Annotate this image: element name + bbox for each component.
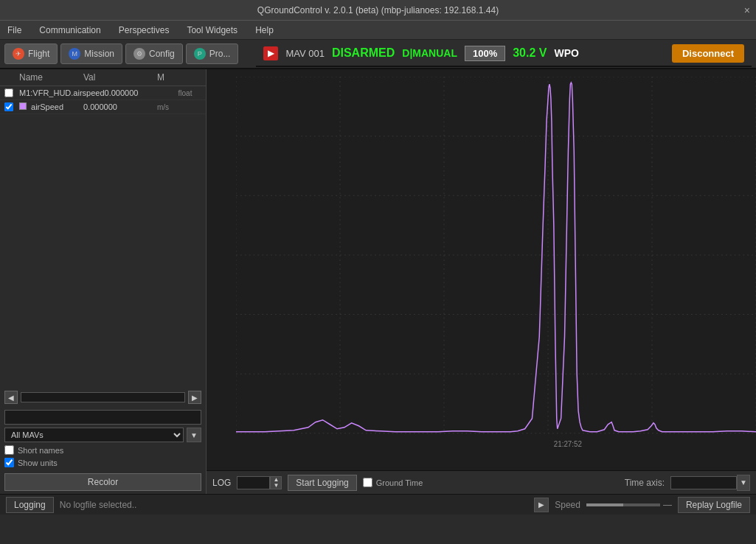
chart-container: 0 10 20 30 40 50 60 21:27:52 <box>207 69 756 470</box>
menu-file[interactable]: File <box>4 24 24 37</box>
mav-filter-select[interactable]: All MAVs <box>4 428 184 442</box>
close-button[interactable]: × <box>744 4 750 16</box>
log-count-control: 200 ▲ ▼ <box>237 476 282 489</box>
scroll-area: ◀ ▶ <box>0 388 206 407</box>
bottom-bar: LOG 200 ▲ ▼ Start Logging Ground Time Ti… <box>207 470 756 494</box>
scroll-track[interactable] <box>21 392 185 402</box>
scroll-left-button[interactable]: ◀ <box>4 391 18 404</box>
title-bar: QGroundControl v. 2.0.1 (beta) (mbp-juli… <box>0 0 756 21</box>
title-text: QGroundControl v. 2.0.1 (beta) (mbp-juli… <box>257 5 499 15</box>
row2-color-swatch <box>19 102 27 110</box>
col-m: M <box>157 72 201 83</box>
speed-slider[interactable] <box>586 503 660 506</box>
toolbar: ✈ Flight M Mission ⚙ Config P Pro... ▶ M… <box>0 40 756 69</box>
search-input[interactable]: airspeed <box>4 410 201 425</box>
flight-button[interactable]: ✈ Flight <box>4 43 58 64</box>
config-button[interactable]: ⚙ Config <box>125 43 183 64</box>
mav-status-bar: ▶ MAV 001 DISARMED D|MANUAL 100% 30.2 V … <box>256 41 752 67</box>
mission-button[interactable]: M Mission <box>60 43 122 64</box>
short-names-checkbox[interactable] <box>4 445 14 455</box>
row2-val: 0.000000 <box>83 102 157 111</box>
mav-battery: 100% <box>465 46 505 61</box>
recolor-button[interactable]: Recolor <box>4 473 201 491</box>
menu-tool-widgets[interactable]: Tool Widgets <box>184 24 240 37</box>
menu-perspectives[interactable]: Perspectives <box>116 24 173 37</box>
table-row: M1:VFR_HUD.airspeed 0.000000 float <box>0 86 206 100</box>
row1-checkbox[interactable] <box>4 88 13 97</box>
mav-voltage: 30.2 V <box>513 46 547 60</box>
mav-disarmed: DISARMED <box>332 46 395 60</box>
replay-logfile-button[interactable]: Replay Logfile <box>678 497 750 513</box>
log-spin: ▲ ▼ <box>270 476 282 489</box>
scroll-right-button[interactable]: ▶ <box>188 391 201 404</box>
chart-area: 0 10 20 30 40 50 60 21:27:52 LOG <box>207 69 756 494</box>
mission-icon: M <box>69 48 80 60</box>
left-panel: Name Val M M1:VFR_HUD.airspeed 0.000000 … <box>0 69 207 494</box>
ground-time-checkbox[interactable] <box>363 478 372 487</box>
mav-id: MAV 001 <box>285 48 325 59</box>
row1-val: 0.000000 <box>105 88 178 97</box>
filter-select-row: All MAVs ▼ <box>4 428 201 442</box>
time-axis-control: 10 seconds ▼ <box>670 475 750 491</box>
config-icon: ⚙ <box>133 48 145 60</box>
show-units-label: Show units <box>18 458 58 467</box>
col-val: Val <box>83 72 157 83</box>
table-row: airSpeed 0.000000 m/s <box>0 100 206 114</box>
main-content: Name Val M M1:VFR_HUD.airspeed 0.000000 … <box>0 69 756 494</box>
mav-logo: ▶ <box>263 46 278 60</box>
svg-text:21:27:52: 21:27:52 <box>554 440 583 448</box>
speed-end-dash: — <box>663 500 672 510</box>
play-button[interactable]: ▶ <box>534 498 549 512</box>
row2-checkbox[interactable] <box>4 102 13 111</box>
no-logfile-text: No logfile selected.. <box>60 500 529 510</box>
log-spin-down[interactable]: ▼ <box>271 483 281 489</box>
col-name: Name <box>19 72 83 83</box>
log-label: LOG <box>212 478 231 488</box>
col-check <box>4 72 19 83</box>
start-logging-button[interactable]: Start Logging <box>288 475 356 491</box>
logging-button[interactable]: Logging <box>6 497 54 513</box>
short-names-row: Short names <box>4 445 201 455</box>
status-bar: Logging No logfile selected.. ▶ Speed — … <box>0 494 756 515</box>
menu-communication[interactable]: Communication <box>36 24 103 37</box>
pro-button[interactable]: P Pro... <box>186 43 239 64</box>
mav-wpo: WPO <box>554 47 578 59</box>
row2-type: m/s <box>157 103 201 111</box>
speed-control: — <box>586 500 672 510</box>
menu-help[interactable]: Help <box>252 24 277 37</box>
disconnect-button[interactable]: Disconnect <box>672 44 744 63</box>
mav-mode: D|MANUAL <box>402 47 457 59</box>
pro-icon: P <box>194 48 206 60</box>
show-units-row: Show units <box>4 458 201 467</box>
filter-area: airspeed All MAVs ▼ Short names Show uni… <box>0 407 206 470</box>
time-axis-input[interactable]: 10 seconds <box>670 476 737 489</box>
row2-name: airSpeed <box>19 102 83 111</box>
main-chart: 0 10 20 30 40 50 60 21:27:52 <box>236 77 756 448</box>
short-names-label: Short names <box>18 446 63 455</box>
log-count-input[interactable]: 200 <box>237 476 270 489</box>
speed-label: Speed <box>555 500 580 510</box>
flight-icon: ✈ <box>13 48 24 60</box>
select-arrow-icon[interactable]: ▼ <box>187 428 201 442</box>
ground-time-label: Ground Time <box>376 478 423 487</box>
data-table-header: Name Val M <box>0 69 206 86</box>
time-axis-arrow-icon[interactable]: ▼ <box>737 475 750 491</box>
ground-time-row: Ground Time <box>363 478 423 487</box>
show-units-checkbox[interactable] <box>4 458 14 467</box>
row1-name: M1:VFR_HUD.airspeed <box>19 88 105 97</box>
time-axis-label: Time axis: <box>625 478 665 488</box>
menu-bar: File Communication Perspectives Tool Wid… <box>0 21 756 40</box>
